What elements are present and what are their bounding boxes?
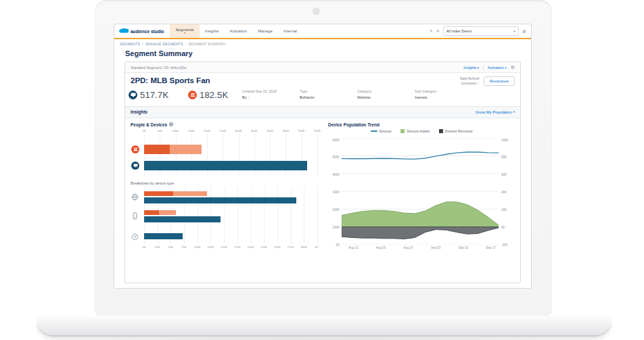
bar-segment — [144, 145, 170, 154]
axis-tick: 400K — [332, 173, 340, 176]
breadcrumb-manage-segments[interactable]: MANAGE SEGMENTS — [145, 42, 183, 46]
bar-segment — [159, 210, 176, 215]
axis-tick: 300K — [235, 129, 242, 132]
trend-svg — [342, 138, 499, 245]
legend-devices: Devices — [371, 129, 392, 133]
meta-subcategory: Sub-Category Interest — [415, 89, 472, 101]
trend-x-axis-row: Aug 13Aug 20Aug 27Sep 03Sep 10Sep 17 — [328, 246, 515, 253]
grow-my-population-dropdown[interactable]: Grow My Population▾ — [476, 110, 515, 114]
axis-tick: Sep 10 — [459, 246, 468, 249]
people-bar — [144, 145, 317, 154]
axis-tick: Aug 27 — [403, 246, 413, 249]
dark-swatch-icon — [439, 129, 443, 133]
chevron-down-icon: ▾ — [478, 66, 479, 70]
bar-segment — [173, 191, 207, 196]
breakdown-chart: 0K25K50K75K100K125K150K175K200K225K250K2… — [131, 187, 317, 250]
bar-segment — [144, 210, 159, 215]
chevron-down-icon: ▾ — [505, 66, 506, 70]
axis-tick: 20K — [501, 208, 507, 211]
mobile-people-bar — [144, 210, 317, 215]
axis-tick: 200K — [204, 129, 210, 132]
nav-tabs: Segments▾ Insights Activation Manage Int… — [170, 24, 302, 38]
edit-icon[interactable]: ✎ — [430, 29, 433, 33]
axis-tick: 150K — [221, 245, 227, 249]
trend-legend: Devices Devices Added Devices Removed — [328, 129, 515, 133]
devices-icon — [131, 162, 139, 170]
brand: audience studio — [118, 24, 164, 38]
axis-tick: Aug 20 — [376, 246, 386, 249]
recompute-button[interactable]: Recompute — [484, 76, 515, 86]
webcam-icon — [313, 7, 320, 15]
axis-tick: 0K — [336, 243, 340, 246]
brand-name: audience studio — [131, 29, 164, 34]
tab-insights[interactable]: Insights — [200, 24, 225, 38]
breadcrumb-segments[interactable]: SEGMENTS — [120, 42, 140, 46]
people-devices-title: People & Devices i — [131, 122, 317, 127]
chevron-down-icon: ▾ — [513, 29, 515, 33]
trend-area — [342, 226, 499, 239]
mobile-icon — [131, 210, 139, 222]
chevron-down-icon: ▾ — [513, 110, 515, 114]
axis-tick: 225K — [260, 245, 267, 249]
devices-icon — [129, 91, 137, 99]
devices-bar — [144, 161, 317, 170]
account-selector[interactable]: All Index Demo ▾ — [443, 26, 519, 36]
axis-tick: Sep 03 — [431, 246, 440, 249]
help-icon[interactable]: ✛ — [436, 29, 440, 33]
tab-manage[interactable]: Manage — [252, 24, 278, 38]
refresh-status: Daily RefreshComputed ✓ — [460, 76, 480, 86]
breakdown-title: Breakdown by device type — [131, 181, 317, 185]
axis-tick: 300K — [332, 191, 340, 194]
pd-x-axis: 0K50K100K150K200K250K300K350K400K450K500… — [144, 129, 317, 134]
salesforce-cloud-logo-icon — [118, 25, 129, 37]
people-icon — [131, 145, 139, 153]
axis-tick: 75K — [181, 245, 187, 249]
mobile-devices-bar — [144, 216, 317, 222]
devices-stat: 517.7K — [129, 90, 188, 100]
tab-activation[interactable]: Activation — [224, 24, 252, 38]
devices-bar-row — [144, 161, 317, 170]
axis-tick: 200K — [248, 245, 254, 249]
trend-area — [342, 201, 499, 226]
nav-right: ✎ ✛ All Index Demo ▾ ⚙ — [430, 24, 526, 38]
top-nav: audience studio Segments▾ Insights Activ… — [114, 24, 531, 39]
insights-dropdown[interactable]: Insights ▾ — [463, 66, 479, 70]
card-header: Standard Segment / ID: tbAcyQhz Insights… — [125, 62, 520, 73]
gridline — [317, 187, 318, 244]
other-device-icon — [131, 231, 139, 243]
insights-body: People & Devices i 0K50K100K150K200K250K… — [125, 118, 520, 253]
gear-icon[interactable]: ⚙ — [522, 29, 526, 34]
axis-tick: 250K — [219, 129, 226, 132]
browser-people-bar — [144, 191, 317, 196]
axis-tick: -20K — [501, 243, 508, 246]
axis-tick: 100K — [194, 245, 201, 249]
axis-tick: 60K — [501, 173, 507, 176]
gear-icon[interactable]: ⚙ — [511, 65, 515, 70]
divider — [483, 65, 484, 70]
axis-tick: 275K — [288, 245, 294, 249]
axis-tick: 400K — [267, 129, 273, 132]
tab-internal[interactable]: Internal — [278, 24, 302, 38]
insights-title: Insights — [131, 110, 147, 114]
bar-segment — [144, 161, 307, 170]
tab-segments[interactable]: Segments▾ — [170, 24, 199, 38]
legend-devices-added: Devices Added — [400, 129, 429, 133]
people-bar-row — [144, 145, 317, 154]
axis-tick: 175K — [234, 245, 241, 249]
breadcrumb-separator: / — [142, 42, 143, 46]
activation-dropdown[interactable]: Activation ▾ — [488, 66, 507, 70]
trend-right-axis: 100K80K60K40K20K0K-20K — [499, 138, 515, 245]
meta-category: Category Website — [357, 89, 415, 101]
browser-devices-bar — [144, 197, 317, 203]
info-icon[interactable]: i — [169, 122, 173, 126]
segment-card: Standard Segment / ID: tbAcyQhz Insights… — [124, 62, 521, 283]
segment-name: 2PD: MLB Sports Fan — [131, 76, 210, 84]
axis-tick: 500K — [298, 129, 305, 132]
trend-chart: 600K500K400K300K200K100K0K 100K80K60K40K… — [328, 136, 515, 245]
people-devices-panel: People & Devices i 0K50K100K150K200K250K… — [131, 121, 317, 253]
axis-tick: 0K — [142, 129, 145, 132]
breadcrumb: SEGMENTS / MANAGE SEGMENTS / SEGMENT SUM… — [114, 39, 531, 47]
stats-row: 517.7K 182.5K Created Sep 20, 2018 By - … — [125, 87, 520, 105]
axis-tick: 150K — [188, 129, 195, 132]
insights-section-header: Insights Grow My Population▾ — [125, 106, 520, 118]
